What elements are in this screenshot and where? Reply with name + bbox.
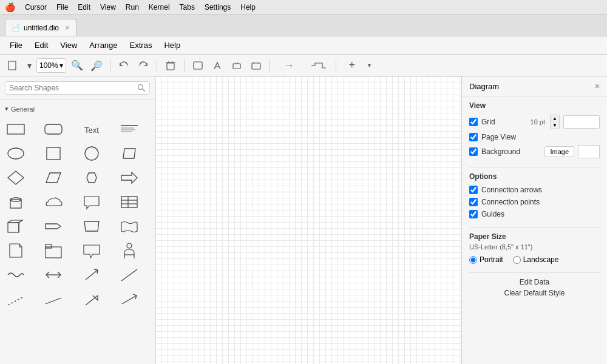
shape-arrow-right[interactable] <box>116 166 143 189</box>
shape-wave-rect[interactable] <box>116 215 143 238</box>
conn-arrows-checkbox[interactable] <box>469 186 478 194</box>
svg-rect-32 <box>121 197 137 207</box>
background-checkbox[interactable] <box>469 147 478 156</box>
menu-help[interactable]: Help <box>159 39 185 52</box>
svg-rect-0 <box>8 61 16 70</box>
shape-parallelogram[interactable] <box>116 142 143 165</box>
shape-rounded-rect[interactable] <box>40 118 67 141</box>
shape-arrow-up-right[interactable] <box>78 288 105 311</box>
shape-hexagon[interactable] <box>78 166 105 189</box>
os-menu-help[interactable]: Help <box>240 3 256 12</box>
os-menu-run[interactable]: Run <box>126 3 139 12</box>
shape-heading[interactable] <box>116 118 143 141</box>
shape-cloud[interactable] <box>40 190 67 214</box>
menu-file[interactable]: File <box>5 39 27 52</box>
options-section-title: Options <box>469 172 600 181</box>
menu-view[interactable]: View <box>55 39 82 52</box>
shape-tab-rect[interactable] <box>40 239 67 262</box>
portrait-option[interactable]: Portrait <box>469 255 503 264</box>
os-menu-file[interactable]: File <box>56 3 68 12</box>
connection-button-2[interactable] <box>307 58 331 73</box>
svg-line-51 <box>86 295 98 305</box>
shape-arrow-process[interactable] <box>40 215 67 238</box>
svg-rect-43 <box>46 244 52 248</box>
grid-label: Grid <box>481 118 527 126</box>
apple-menu[interactable]: 🍎 <box>5 2 15 12</box>
landscape-option[interactable]: Landscape <box>513 255 559 264</box>
image-button[interactable]: Image <box>544 146 574 157</box>
shape-cube[interactable] <box>2 215 29 238</box>
zoom-in-button[interactable]: 🔍 <box>69 58 86 73</box>
landscape-radio[interactable] <box>513 256 521 264</box>
redo-button[interactable] <box>135 58 152 73</box>
shape-speech-bubble[interactable] <box>78 190 105 214</box>
shape-wave-line[interactable] <box>2 263 29 286</box>
zoom-out-button[interactable]: 🔍 <box>88 58 105 73</box>
shape-square[interactable] <box>40 142 67 165</box>
shape-circle[interactable] <box>78 142 105 165</box>
grid-spin-down[interactable]: ▼ <box>551 122 559 129</box>
app-window: 📄 untitled.dio × File Edit View Arrange … <box>0 15 607 364</box>
search-input[interactable] <box>9 84 135 92</box>
os-menu-settings[interactable]: Settings <box>205 3 231 12</box>
grid-checkbox[interactable] <box>469 118 478 126</box>
os-menu-kernel[interactable]: Kernel <box>149 3 170 12</box>
shape-doc[interactable] <box>2 239 29 262</box>
menu-edit[interactable]: Edit <box>30 39 53 52</box>
shape-diamond[interactable] <box>2 166 29 189</box>
delete-button[interactable] <box>162 58 179 73</box>
page-view-row: Page View <box>469 133 600 141</box>
shape-arrow-diagonal[interactable] <box>78 263 105 286</box>
shape-table[interactable] <box>116 190 143 214</box>
shape-text[interactable]: Text <box>78 118 105 141</box>
general-section-header[interactable]: ▾ General <box>2 103 152 115</box>
shape-cylinder[interactable] <box>2 190 29 214</box>
guides-checkbox[interactable] <box>469 210 478 218</box>
page-toggle-button[interactable] <box>5 58 22 73</box>
shape-trapezoid[interactable] <box>78 215 105 238</box>
shape-person[interactable] <box>116 239 143 262</box>
format-button-2[interactable] <box>209 58 226 73</box>
shape-rectangle[interactable] <box>2 118 29 141</box>
format-button-4[interactable] <box>248 58 265 73</box>
os-menu-tabs[interactable]: Tabs <box>180 3 195 12</box>
clear-style-link[interactable]: Clear Default Style <box>469 289 600 297</box>
os-menu-edit[interactable]: Edit <box>78 3 90 12</box>
shape-dotted-line[interactable] <box>2 288 29 311</box>
add-button[interactable]: + <box>341 58 363 73</box>
shapes-panel: ▾ General Text <box>0 100 155 364</box>
shape-line-simple[interactable] <box>40 288 67 311</box>
edit-data-link[interactable]: Edit Data <box>469 278 600 286</box>
svg-rect-36 <box>8 223 19 232</box>
format-button-1[interactable] <box>189 58 206 73</box>
grid-input-box[interactable] <box>563 115 600 129</box>
canvas-area[interactable]: ▲ <box>155 76 461 364</box>
format-button-3[interactable] <box>228 58 245 73</box>
menu-extras[interactable]: Extras <box>125 39 157 52</box>
tab-close-button[interactable]: × <box>65 23 70 32</box>
shape-arrow-both[interactable] <box>40 263 67 286</box>
portrait-radio[interactable] <box>469 256 477 264</box>
page-toggle-arrow[interactable]: ▾ <box>24 58 34 73</box>
shape-rhomboid[interactable] <box>40 166 67 189</box>
shape-callout[interactable] <box>78 239 105 262</box>
tab-file-icon: 📄 <box>12 24 20 32</box>
shape-ellipse[interactable] <box>2 142 29 165</box>
page-view-checkbox[interactable] <box>469 133 478 141</box>
grid-spin-up[interactable]: ▲ <box>551 115 559 122</box>
bg-color-preview[interactable] <box>578 145 600 158</box>
os-menu-view[interactable]: View <box>100 3 116 12</box>
conn-points-checkbox[interactable] <box>469 198 478 206</box>
os-menu-cursor[interactable]: Cursor <box>25 3 47 12</box>
connection-button-1[interactable]: → <box>275 58 304 73</box>
shape-line-diagonal[interactable] <box>116 263 143 286</box>
undo-button[interactable] <box>115 58 132 73</box>
panel-close-button[interactable]: × <box>595 81 600 91</box>
zoom-control[interactable]: 100% ▾ <box>36 58 66 73</box>
menu-arrange[interactable]: Arrange <box>84 39 122 52</box>
options-section: Options Connection arrows Connection poi… <box>469 172 600 218</box>
shape-arrow-line[interactable] <box>116 288 143 311</box>
file-tab[interactable]: 📄 untitled.dio × <box>5 19 76 36</box>
portrait-label: Portrait <box>480 255 503 264</box>
add-dropdown[interactable]: ▾ <box>365 58 374 73</box>
